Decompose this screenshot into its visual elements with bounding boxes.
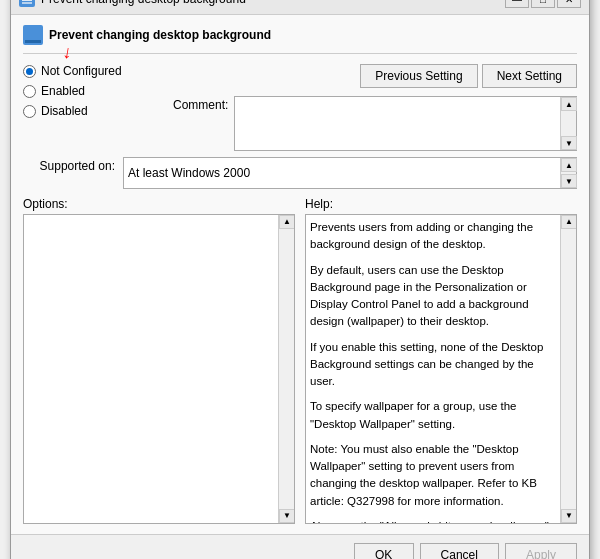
bottom-panels: Options: ▲ ▼ Help: Prevents users from a… (23, 197, 577, 524)
radio-group: ↓ Not Configured Enabled Disabled (23, 64, 153, 118)
help-p2: By default, users can use the Desktop Ba… (310, 262, 556, 331)
radio-disabled-input[interactable] (23, 105, 36, 118)
radio-enabled[interactable]: Enabled (23, 84, 153, 98)
ok-button[interactable]: OK (354, 543, 414, 559)
help-text: Prevents users from adding or changing t… (310, 219, 556, 524)
supported-scroll-up[interactable]: ▲ (561, 158, 577, 172)
help-p3: If you enable this setting, none of the … (310, 339, 556, 391)
options-box: ▲ ▼ (23, 214, 295, 524)
svg-rect-1 (22, 2, 32, 4)
title-bar-left: Prevent changing desktop background (19, 0, 246, 7)
help-scroll-down[interactable]: ▼ (561, 509, 577, 523)
footer: OK Cancel Apply (11, 534, 589, 559)
comment-scroll-up[interactable]: ▲ (561, 97, 577, 111)
help-scrollbar: ▲ ▼ (560, 215, 576, 523)
next-setting-button[interactable]: Next Setting (482, 64, 577, 88)
svg-rect-3 (25, 40, 41, 43)
options-label: Options: (23, 197, 295, 211)
supported-section: Supported on: At least Windows 2000 ▲ ▼ (23, 157, 577, 189)
policy-icon (23, 25, 43, 45)
options-scroll-up[interactable]: ▲ (279, 215, 295, 229)
radio-not-configured-input[interactable] (23, 65, 36, 78)
window-title: Prevent changing desktop background (41, 0, 246, 6)
main-window: Prevent changing desktop background — □ … (10, 0, 590, 559)
supported-value: At least Windows 2000 (128, 166, 250, 180)
help-box: Prevents users from adding or changing t… (305, 214, 577, 524)
apply-button[interactable]: Apply (505, 543, 577, 559)
minimize-button[interactable]: — (505, 0, 529, 8)
comment-label: Comment: (173, 98, 228, 112)
svg-rect-2 (25, 27, 41, 39)
window-icon (19, 0, 35, 7)
title-controls: — □ ✕ (505, 0, 581, 8)
help-p5: Note: You must also enable the "Desktop … (310, 441, 556, 510)
radio-disabled[interactable]: Disabled (23, 104, 153, 118)
radio-not-configured-label: Not Configured (41, 64, 122, 78)
options-scrollbar: ▲ ▼ (278, 215, 294, 523)
right-top-section: Previous Setting Next Setting Comment: ▲… (173, 64, 577, 151)
content-area: Prevent changing desktop background ↓ No… (11, 15, 589, 534)
radio-disabled-label: Disabled (41, 104, 88, 118)
help-label: Help: (305, 197, 577, 211)
supported-scroll-down[interactable]: ▼ (561, 174, 577, 188)
supported-box: At least Windows 2000 ▲ ▼ (123, 157, 577, 189)
policy-header: Prevent changing desktop background (23, 25, 577, 54)
radio-enabled-input[interactable] (23, 85, 36, 98)
radio-enabled-label: Enabled (41, 84, 85, 98)
supported-label: Supported on: (23, 159, 123, 173)
help-p1: Prevents users from adding or changing t… (310, 219, 556, 254)
close-button[interactable]: ✕ (557, 0, 581, 8)
help-scroll-up[interactable]: ▲ (561, 215, 577, 229)
help-p6: Also, see the "Allow only bitmapped wall… (310, 518, 556, 524)
nav-buttons: Previous Setting Next Setting (360, 64, 577, 88)
comment-row: Comment: ▲ ▼ (173, 96, 577, 151)
cancel-button[interactable]: Cancel (420, 543, 499, 559)
help-p4: To specify wallpaper for a group, use th… (310, 398, 556, 433)
policy-title: Prevent changing desktop background (49, 28, 271, 42)
title-bar: Prevent changing desktop background — □ … (11, 0, 589, 15)
comment-scrollbar: ▲ ▼ (560, 97, 576, 150)
help-panel: Help: Prevents users from adding or chan… (305, 197, 577, 524)
options-scroll-down[interactable]: ▼ (279, 509, 295, 523)
svg-rect-0 (22, 0, 32, 1)
radio-not-configured[interactable]: Not Configured (23, 64, 153, 78)
previous-setting-button[interactable]: Previous Setting (360, 64, 477, 88)
comment-box[interactable]: ▲ ▼ (234, 96, 577, 151)
maximize-button[interactable]: □ (531, 0, 555, 8)
comment-scroll-down[interactable]: ▼ (561, 136, 577, 150)
options-panel: Options: ▲ ▼ (23, 197, 295, 524)
supported-scrollbar: ▲ ▼ (560, 158, 576, 188)
